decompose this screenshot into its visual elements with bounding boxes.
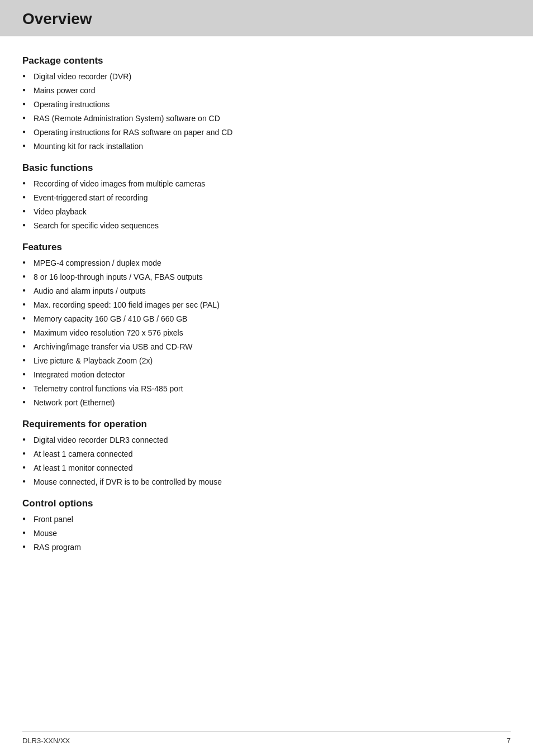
content-area: Package contents Digital video recorder … bbox=[0, 36, 533, 586]
list-item: MPEG-4 compression / duplex mode bbox=[22, 257, 511, 269]
section-control-options: Control options Front panel Mouse RAS pr… bbox=[22, 498, 511, 553]
list-item: RAS (Remote Administration System) softw… bbox=[22, 113, 511, 125]
list-item: Digital video recorder DLR3 connected bbox=[22, 434, 511, 446]
list-item: Recording of video images from multiple … bbox=[22, 178, 511, 190]
section-heading-requirements: Requirements for operation bbox=[22, 419, 511, 430]
list-item: Telemetry control functions via RS-485 p… bbox=[22, 383, 511, 395]
requirements-list: Digital video recorder DLR3 connected At… bbox=[22, 434, 511, 488]
list-item: Network port (Ethernet) bbox=[22, 397, 511, 409]
page-title: Overview bbox=[22, 10, 511, 28]
header-bar: Overview bbox=[0, 0, 533, 36]
basic-functions-list: Recording of video images from multiple … bbox=[22, 178, 511, 232]
page-container: Overview Package contents Digital video … bbox=[0, 0, 533, 756]
list-item: Video playback bbox=[22, 206, 511, 218]
list-item: Event-triggered start of recording bbox=[22, 192, 511, 204]
list-item: Operating instructions bbox=[22, 99, 511, 111]
package-contents-list: Digital video recorder (DVR) Mains power… bbox=[22, 71, 511, 152]
section-heading-basic-functions: Basic functions bbox=[22, 162, 511, 174]
list-item: Max. recording speed: 100 field images p… bbox=[22, 299, 511, 311]
features-list: MPEG-4 compression / duplex mode 8 or 16… bbox=[22, 257, 511, 409]
list-item: Archiving/image transfer via USB and CD-… bbox=[22, 341, 511, 353]
list-item: Maximum video resolution 720 x 576 pixel… bbox=[22, 327, 511, 339]
list-item: Digital video recorder (DVR) bbox=[22, 71, 511, 83]
list-item: Operating instructions for RAS software … bbox=[22, 127, 511, 138]
list-item: Mouse connected, if DVR is to be control… bbox=[22, 476, 511, 488]
list-item: Mounting kit for rack installation bbox=[22, 141, 511, 152]
list-item: Memory capacity 160 GB / 410 GB / 660 GB bbox=[22, 313, 511, 325]
list-item: RAS program bbox=[22, 542, 511, 553]
section-features: Features MPEG-4 compression / duplex mod… bbox=[22, 242, 511, 409]
list-item: Mains power cord bbox=[22, 85, 511, 97]
list-item: Integrated motion detector bbox=[22, 369, 511, 381]
section-requirements: Requirements for operation Digital video… bbox=[22, 419, 511, 488]
list-item: At least 1 camera connected bbox=[22, 448, 511, 460]
control-options-list: Front panel Mouse RAS program bbox=[22, 514, 511, 553]
section-basic-functions: Basic functions Recording of video image… bbox=[22, 162, 511, 232]
list-item: Mouse bbox=[22, 528, 511, 539]
page-footer: DLR3-XXN/XX 7 bbox=[22, 731, 511, 745]
footer-model-number: DLR3-XXN/XX bbox=[22, 736, 70, 745]
list-item: Search for specific video sequences bbox=[22, 220, 511, 232]
list-item: 8 or 16 loop-through inputs / VGA, FBAS … bbox=[22, 271, 511, 283]
list-item: Audio and alarm inputs / outputs bbox=[22, 285, 511, 297]
section-heading-features: Features bbox=[22, 242, 511, 253]
section-heading-package-contents: Package contents bbox=[22, 55, 511, 66]
list-item: At least 1 monitor connected bbox=[22, 462, 511, 474]
section-heading-control-options: Control options bbox=[22, 498, 511, 509]
list-item: Front panel bbox=[22, 514, 511, 525]
list-item: Live picture & Playback Zoom (2x) bbox=[22, 355, 511, 367]
section-package-contents: Package contents Digital video recorder … bbox=[22, 55, 511, 152]
footer-page-number: 7 bbox=[507, 736, 511, 745]
